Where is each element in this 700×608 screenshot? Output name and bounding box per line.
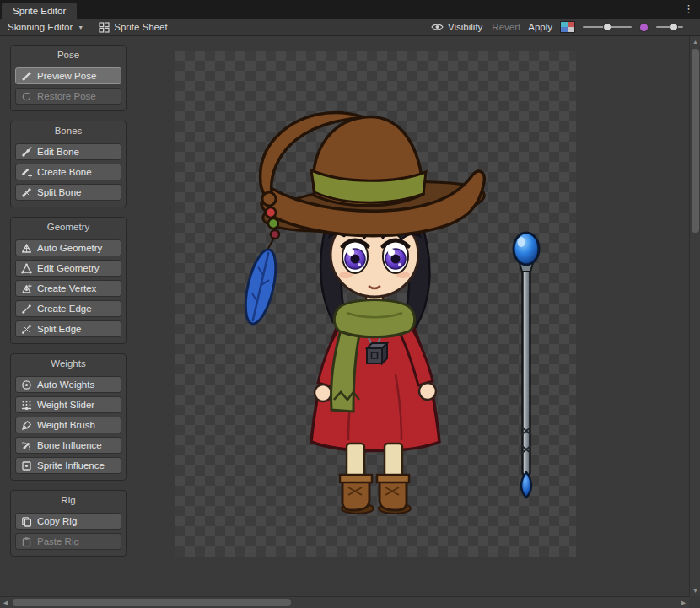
button-label: Split Bone: [37, 187, 81, 197]
revert-button[interactable]: Revert: [492, 22, 520, 32]
create-bone-icon: [21, 167, 32, 178]
button-label: Preview Pose: [37, 71, 96, 81]
bone-influence-button[interactable]: Bone Influence: [15, 437, 121, 454]
scroll-up-arrow-icon[interactable]: ▲: [690, 36, 700, 47]
button-label: Auto Geometry: [37, 243, 102, 253]
restore-pose-icon: [21, 91, 32, 102]
button-label: Create Vertex: [37, 283, 96, 293]
button-label: Copy Rig: [37, 516, 77, 526]
tab-title: Sprite Editor: [13, 6, 66, 16]
button-label: Auto Weights: [37, 379, 94, 390]
sprite-sheet-grid-icon: [99, 22, 110, 33]
staff-sprite: [514, 233, 539, 498]
scroll-left-arrow-icon[interactable]: ◀: [0, 597, 11, 608]
character-sprite: [175, 51, 576, 557]
button-label: Restore Pose: [37, 91, 96, 101]
preview-pose-icon: [21, 71, 32, 82]
panel-bones: BonesEdit BoneCreate BoneSplit Bone: [10, 121, 127, 207]
panel-title: Rig: [15, 493, 121, 509]
split-edge-button[interactable]: Split Edge: [15, 320, 121, 337]
vertical-scrollbar[interactable]: ▲ ▼: [689, 36, 700, 596]
brightness-slider[interactable]: [583, 22, 632, 32]
chevron-down-icon: ▼: [78, 24, 83, 30]
copy-rig-icon: [21, 516, 32, 527]
auto-weights-button[interactable]: Auto Weights: [15, 376, 121, 393]
slider-track[interactable]: [583, 26, 632, 28]
create-edge-button[interactable]: Create Edge: [15, 300, 121, 317]
edit-bone-icon: [21, 147, 32, 158]
panel-title: Weights: [15, 357, 121, 373]
split-edge-icon: [21, 324, 32, 335]
weight-brush-icon: [21, 420, 32, 431]
horizontal-scrollbar[interactable]: ◀ ▶: [0, 596, 689, 608]
sidebar-panels: PosePreview PoseRestore PoseBonesEdit Bo…: [10, 45, 127, 557]
edit-geometry-button[interactable]: Edit Geometry: [15, 260, 121, 277]
panel-geometry: GeometryAuto GeometryEdit GeometryCreate…: [10, 217, 127, 344]
weight-brush-button[interactable]: Weight Brush: [15, 417, 121, 433]
slider-knob[interactable]: [603, 23, 611, 31]
scroll-down-arrow-icon[interactable]: ▼: [690, 585, 700, 596]
slider-knob[interactable]: [670, 23, 678, 31]
horizontal-scrollbar-thumb[interactable]: [13, 599, 291, 606]
sprite-sheet-label: Sprite Sheet: [114, 22, 167, 32]
create-bone-button[interactable]: Create Bone: [15, 164, 121, 180]
split-bone-button[interactable]: Split Bone: [15, 184, 121, 201]
restore-pose-button[interactable]: Restore Pose: [15, 88, 121, 105]
panel-title: Geometry: [15, 220, 121, 236]
auto-weights-icon: [21, 379, 32, 390]
create-edge-icon: [21, 304, 32, 315]
split-bone-icon: [21, 187, 32, 198]
sprite-influence-button[interactable]: Sprite Influence: [15, 457, 121, 474]
button-label: Create Bone: [37, 167, 92, 177]
preview-pose-button[interactable]: Preview Pose: [15, 67, 121, 84]
button-label: Paste Rig: [37, 536, 79, 546]
witch-character: [240, 113, 487, 514]
overlay-color-dot-icon[interactable]: [639, 23, 649, 32]
overlay-opacity-slider[interactable]: [656, 22, 683, 32]
color-swatch-icon[interactable]: [560, 21, 575, 33]
paste-rig-icon: [21, 536, 32, 547]
button-label: Split Edge: [37, 324, 81, 334]
sprite-influence-icon: [21, 460, 32, 471]
apply-button[interactable]: Apply: [528, 22, 552, 32]
panel-weights: WeightsAuto WeightsWeight SliderWeight B…: [10, 353, 127, 481]
scrollbar-corner: [689, 596, 700, 608]
visibility-button[interactable]: Visibility: [429, 22, 484, 32]
auto-geometry-button[interactable]: Auto Geometry: [15, 239, 121, 256]
weight-slider-button[interactable]: Weight Slider: [15, 396, 121, 413]
panel-rig: RigCopy RigPaste Rig: [10, 490, 127, 557]
scroll-right-arrow-icon[interactable]: ▶: [678, 597, 689, 608]
kebab-menu-icon[interactable]: ⋮: [683, 3, 694, 15]
bone-influence-icon: [21, 440, 32, 451]
panel-title: Bones: [15, 124, 121, 140]
skinning-editor-viewport: PosePreview PoseRestore PoseBonesEdit Bo…: [0, 36, 689, 596]
button-label: Bone Influence: [37, 440, 102, 450]
button-label: Create Edge: [37, 304, 92, 314]
panel-pose: PosePreview PoseRestore Pose: [10, 45, 127, 111]
create-vertex-icon: [21, 283, 32, 294]
button-label: Sprite Influence: [37, 460, 105, 471]
edit-bone-button[interactable]: Edit Bone: [15, 143, 121, 160]
vertical-scrollbar-thumb[interactable]: [692, 49, 699, 233]
auto-geometry-icon: [21, 243, 32, 254]
button-label: Weight Slider: [37, 400, 94, 410]
button-label: Weight Brush: [37, 420, 95, 430]
toolbar: Skinning Editor ▼ Sprite Sheet Visibilit…: [0, 19, 700, 36]
eye-icon: [431, 23, 444, 31]
panel-title: Pose: [15, 48, 121, 64]
skinning-editor-label: Skinning Editor: [8, 22, 73, 32]
skinning-editor-dropdown[interactable]: Skinning Editor ▼: [0, 19, 91, 35]
window-tab-bar: Sprite Editor ⋮: [0, 0, 700, 19]
paste-rig-button[interactable]: Paste Rig: [15, 533, 121, 550]
sprite-sheet-button[interactable]: Sprite Sheet: [91, 19, 175, 35]
edit-geometry-icon: [21, 263, 32, 274]
button-label: Edit Bone: [37, 147, 79, 157]
button-label: Edit Geometry: [37, 263, 100, 273]
visibility-label: Visibility: [448, 22, 482, 32]
tab-sprite-editor[interactable]: Sprite Editor: [2, 3, 77, 19]
create-vertex-button[interactable]: Create Vertex: [15, 280, 121, 297]
sprite-canvas[interactable]: [175, 51, 576, 557]
slider-track[interactable]: [656, 26, 683, 28]
weight-slider-icon: [21, 400, 32, 411]
copy-rig-button[interactable]: Copy Rig: [15, 513, 121, 530]
